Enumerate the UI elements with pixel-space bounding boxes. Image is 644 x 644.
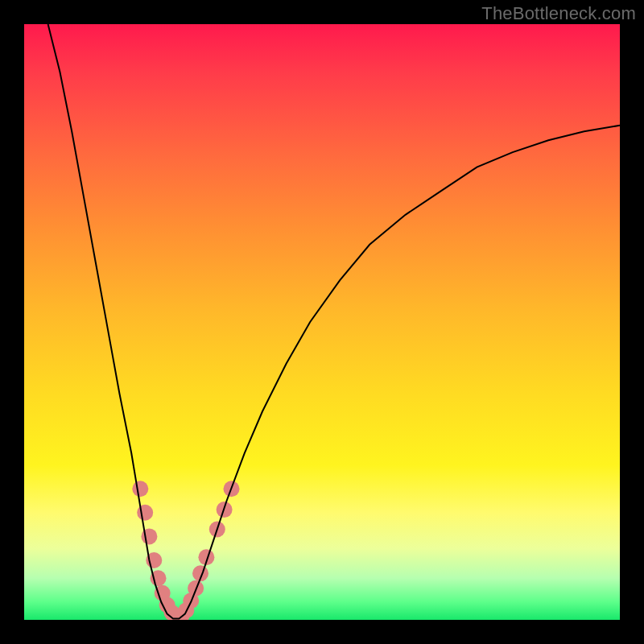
watermark-text: TheBottleneck.com (481, 3, 636, 24)
chart-svg (24, 24, 620, 620)
bottleneck-curve (48, 24, 620, 619)
marker-dot (137, 505, 153, 521)
marker-dot (132, 481, 148, 497)
plot-area (24, 24, 620, 620)
chart-frame: TheBottleneck.com (0, 0, 644, 644)
